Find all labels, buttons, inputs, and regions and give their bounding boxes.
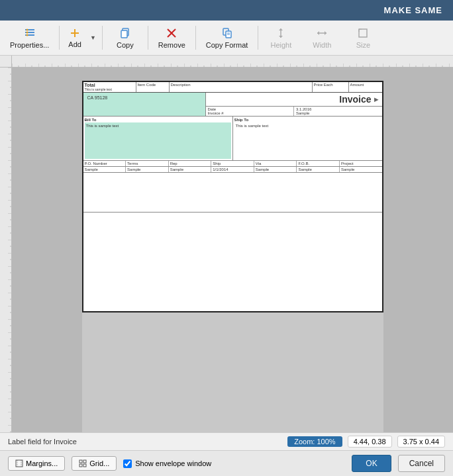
invoice-preview: Total This is sample text Item Code Desc…	[83, 82, 382, 213]
add-dropdown-arrow[interactable]: ▼	[87, 23, 99, 52]
margins-icon	[15, 459, 23, 467]
svg-point-5	[26, 34, 28, 36]
title-bar: MAKE SAME	[0, 0, 453, 21]
inv-date-label2: Invoice #	[208, 111, 292, 115]
po-headers-row: P.O. Number Terms Rep Ship Via F.O.B. Pr…	[83, 161, 382, 167]
add-icon	[69, 27, 81, 40]
date-label-cell: Date Invoice #	[206, 107, 295, 116]
grid-icon	[79, 459, 87, 467]
svg-rect-34	[79, 460, 82, 463]
margins-button[interactable]: Margins...	[8, 456, 65, 471]
grid-label: Grid...	[89, 459, 109, 467]
svg-rect-22	[359, 29, 367, 37]
size-display: 3.75 x 0.44	[397, 436, 445, 448]
action-bar: Margins... Grid... Show envelope window …	[0, 450, 453, 476]
coordinates: 4.44, 0.38	[348, 436, 392, 448]
bill-sample-text: This is sample text	[86, 124, 119, 128]
svg-rect-35	[83, 460, 86, 463]
svg-marker-20	[317, 31, 319, 35]
height-icon	[274, 26, 287, 40]
copy-icon	[119, 26, 132, 40]
inv-desc-col: Description	[170, 82, 313, 92]
po-num-header: P.O. Number	[83, 161, 126, 166]
size-button[interactable]: Size	[343, 23, 383, 52]
properties-icon	[23, 26, 36, 40]
ok-button[interactable]: OK	[352, 455, 391, 472]
invoice-dates-row: Date Invoice # 3.1.2016 Sample	[206, 107, 382, 116]
ship-to-label: Ship To	[234, 118, 381, 122]
ship-sample-text: This is sample text	[236, 124, 269, 128]
via-header: Via	[254, 161, 297, 166]
invoice-title-row: Invoice ▶	[206, 93, 382, 107]
item-code-label: Item Code	[138, 83, 168, 87]
invoice-canvas[interactable]: Total This is sample text Item Code Desc…	[82, 81, 383, 312]
copy-button[interactable]: Copy	[105, 23, 145, 52]
svg-rect-27	[12, 56, 453, 68]
via-val: Sample	[254, 167, 297, 172]
canvas-with-ruler: Total This is sample text Item Code Desc…	[0, 68, 453, 432]
date-value-cell: 3.1.2016 Sample	[294, 107, 382, 116]
line-items-area	[83, 173, 382, 213]
height-button[interactable]: Height	[261, 23, 301, 52]
inv-itemcode-col: Item Code	[136, 82, 170, 92]
sample-text-1: This is sample text	[85, 87, 134, 91]
envelope-label: Show envelope window	[135, 459, 211, 467]
ship-header: Ship	[211, 161, 254, 166]
copy-format-icon	[221, 26, 234, 40]
project-val: Sample	[340, 167, 382, 172]
svg-marker-17	[279, 28, 283, 30]
svg-marker-18	[279, 36, 283, 38]
svg-rect-7	[71, 32, 79, 34]
terms-header: Terms	[126, 161, 169, 166]
copy-format-label: Copy Format	[206, 41, 248, 49]
po-num-val: Sample	[83, 167, 126, 172]
cancel-label: Cancel	[409, 459, 434, 468]
desc-label: Description	[171, 83, 311, 87]
company-name: Total	[85, 83, 134, 87]
svg-point-3	[26, 29, 28, 31]
add-button[interactable]: Add	[62, 23, 87, 52]
copy-format-button[interactable]: Copy Format	[199, 23, 256, 52]
inv-price-col: Price Each	[313, 82, 349, 92]
bill-to-content: This is sample text	[85, 122, 231, 159]
ruler-corner	[0, 56, 12, 68]
width-icon	[315, 26, 328, 40]
canvas-area: Total This is sample text Item Code Desc…	[0, 56, 453, 432]
company-address-block: CA 95128	[83, 93, 206, 116]
bill-to-label: Bill To	[85, 118, 231, 122]
bill-to-block: Bill To This is sample text	[83, 117, 233, 160]
scroll-area[interactable]: Total This is sample text Item Code Desc…	[12, 68, 453, 432]
cancel-button[interactable]: Cancel	[398, 455, 445, 472]
size-label: Size	[356, 41, 370, 49]
remove-button[interactable]: Remove	[151, 23, 193, 52]
svg-rect-31	[16, 460, 23, 467]
svg-rect-36	[79, 464, 82, 467]
ok-label: OK	[366, 459, 377, 468]
svg-rect-37	[83, 464, 86, 467]
price-label: Price Each	[314, 83, 347, 87]
add-label: Add	[68, 40, 81, 48]
properties-button[interactable]: Properties...	[3, 23, 56, 52]
ruler-horizontal	[12, 56, 453, 68]
fob-val: Sample	[297, 167, 340, 172]
width-button[interactable]: Width	[302, 23, 342, 52]
ship-to-content: This is sample text	[234, 122, 381, 159]
inv-right-section: Invoice ▶ Date Invoice # 3.1.20	[206, 93, 382, 116]
svg-rect-9	[121, 30, 127, 38]
envelope-checkbox-group: Show envelope window	[123, 459, 345, 468]
separator-1	[59, 26, 60, 50]
separator-2	[102, 26, 103, 50]
svg-point-4	[26, 32, 28, 34]
page-extension	[82, 312, 383, 432]
invoice-sample: Sample	[296, 111, 380, 115]
separator-4	[195, 26, 196, 50]
zoom-level[interactable]: Zoom: 100%	[287, 436, 342, 447]
toolbar: Properties... Add ▼ Copy	[0, 21, 453, 56]
width-label: Width	[313, 41, 331, 49]
grid-button[interactable]: Grid...	[72, 456, 117, 471]
terms-val: Sample	[126, 167, 169, 172]
show-envelope-checkbox[interactable]	[123, 459, 132, 468]
inv-amount-col: Amount	[349, 82, 382, 92]
fob-header: F.O.B.	[297, 161, 340, 166]
height-label: Height	[270, 41, 291, 49]
